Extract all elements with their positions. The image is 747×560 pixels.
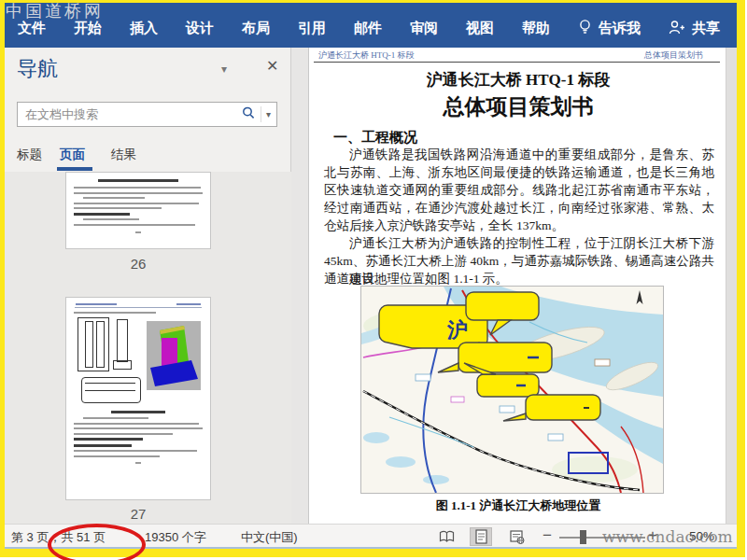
figure-caption[interactable]: 图 1.1-1 沪通长江大桥地理位置 <box>309 497 727 514</box>
chevron-down-icon[interactable]: ▾ <box>221 63 227 76</box>
language-indicator[interactable]: 中文(中国) <box>241 529 298 546</box>
vertical-scrollbar[interactable] <box>726 48 737 524</box>
nav-tab-results[interactable]: 结果 <box>111 147 136 163</box>
search-options-chevron-icon[interactable]: ▾ <box>266 109 276 119</box>
active-tab-underline <box>57 167 92 171</box>
tab-layout[interactable]: 布局 <box>242 20 270 37</box>
thumbnail-page-number: 27 <box>65 506 211 522</box>
read-mode-button[interactable] <box>435 527 458 546</box>
search-input[interactable]: 在文档中搜索 ▾ <box>17 102 277 127</box>
word-count-indicator[interactable]: 19350 个字 <box>145 529 206 546</box>
nav-tab-headings[interactable]: 标题 <box>17 147 42 163</box>
tab-help[interactable]: 帮助 <box>522 20 550 37</box>
section-heading[interactable]: 一、工程概况 <box>333 129 417 147</box>
watermark-bottom: www.cndao.com <box>602 527 733 546</box>
share-label: 共享 <box>692 20 720 37</box>
ribbon-tab-bar: 文件 开始 插入 设计 布局 引用 邮件 审阅 视图 帮助 告诉我 共享 <box>5 3 737 48</box>
print-layout-icon <box>475 529 487 544</box>
doc-title-line1[interactable]: 沪通长江大桥 HTQ-1 标段 <box>309 69 727 91</box>
navigation-pane-title: 导航 <box>17 55 58 83</box>
tab-insert[interactable]: 插入 <box>130 20 158 37</box>
header-rule <box>314 62 720 63</box>
tab-review[interactable]: 审阅 <box>410 20 438 37</box>
page-thumbnail-list: 26 <box>5 172 291 524</box>
zoom-out-button[interactable]: − <box>543 526 552 545</box>
document-page[interactable]: 沪通长江大桥 HTQ-1 标段 总体项目策划书 沪通长江大桥 HTQ-1 标段 … <box>308 48 728 524</box>
thumbnail-figures <box>76 317 201 407</box>
tell-me-label: 告诉我 <box>599 20 641 37</box>
page-header-left: 沪通长江大桥 HTQ-1 标段 <box>318 49 415 62</box>
page-thumbnail-26[interactable] <box>65 172 211 249</box>
nav-tab-pages[interactable]: 页面 <box>60 147 85 163</box>
print-layout-button[interactable] <box>470 527 492 546</box>
annotation-frame-top <box>0 0 745 3</box>
map-callout-label: 沪 <box>446 318 468 342</box>
web-layout-icon <box>510 530 525 544</box>
web-layout-button[interactable] <box>506 527 529 546</box>
close-icon[interactable]: ✕ <box>266 57 278 75</box>
annotation-frame-right <box>737 0 745 557</box>
tab-mailings[interactable]: 邮件 <box>354 20 382 37</box>
lightbulb-icon <box>578 19 592 38</box>
search-divider <box>261 106 261 122</box>
screenshot-canvas: 文件 开始 插入 设计 布局 引用 邮件 审阅 视图 帮助 告诉我 共享 <box>0 0 747 560</box>
annotation-frame-left <box>0 0 5 557</box>
page-header-right: 总体项目策划书 <box>644 49 703 62</box>
person-add-icon <box>669 20 685 37</box>
share-button[interactable]: 共享 <box>669 20 720 37</box>
search-placeholder: 在文档中搜索 <box>18 106 241 123</box>
open-book-icon <box>439 530 455 543</box>
zoom-slider-handle[interactable] <box>580 530 586 544</box>
tab-design[interactable]: 设计 <box>186 20 214 37</box>
search-icon[interactable] <box>241 105 256 124</box>
tell-me-button[interactable]: 告诉我 <box>578 19 641 38</box>
location-map-figure[interactable]: 沪 <box>360 286 664 494</box>
page-thumbnail-27[interactable] <box>65 297 211 500</box>
thumbnail-3d-render <box>147 321 201 390</box>
navigation-pane: 导航 ▾ ✕ 在文档中搜索 ▾ 标题 页面 结果 <box>5 48 291 524</box>
tab-references[interactable]: 引用 <box>298 20 326 37</box>
word-window: 文件 开始 插入 设计 布局 引用 邮件 审阅 视图 帮助 告诉我 共享 <box>5 3 737 549</box>
tab-view[interactable]: 视图 <box>466 20 494 37</box>
annotation-circle-page-count <box>48 524 146 560</box>
watermark-top: 中国道桥网 <box>6 0 104 22</box>
doc-title-line2[interactable]: 总体项目策划书 <box>309 92 727 121</box>
thumbnail-page-number: 26 <box>65 256 211 272</box>
document-canvas: 沪通长江大桥 HTQ-1 标段 总体项目策划书 沪通长江大桥 HTQ-1 标段 … <box>291 48 737 524</box>
paragraph[interactable]: 沪通铁路是我国铁路网沿海通道中的重要组成部分，是鲁东、苏北与苏南、上海、浙东地区… <box>324 146 714 234</box>
